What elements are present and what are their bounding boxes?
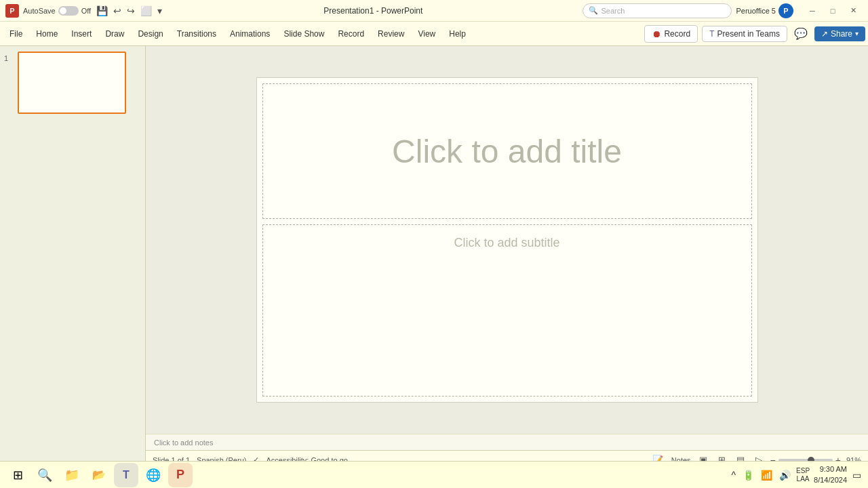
taskbar-teams-icon: T — [123, 469, 130, 481]
taskbar-ppt-icon: P — [176, 468, 184, 482]
teams-icon: T — [709, 29, 714, 39]
toolbar-icons: 💾 ↩ ↪ ⬜ ▾ — [95, 4, 163, 18]
record-dot-icon: ⏺ — [652, 28, 661, 39]
app-icon: P — [5, 4, 19, 18]
autosave-area: AutoSave Off — [23, 6, 91, 16]
taskbar-explorer-icon: 📂 — [92, 468, 106, 481]
share-icon: ↗ — [821, 29, 828, 39]
slide-thumb-container: 1 — [4, 52, 141, 114]
taskbar: ⊞ 🔍 📁 📂 T 🌐 P ^ 🔋 📶 🔊 ESPLAA 9:30 AM 8/1… — [0, 461, 868, 488]
ribbon-right-actions: ⏺ Record T Present in Teams 💬 ↗ Share ▾ — [644, 24, 865, 43]
share-dropdown-icon: ▾ — [855, 30, 859, 37]
start-button[interactable]: ⊞ — [5, 463, 30, 487]
tray-wifi-icon: 📶 — [760, 468, 774, 482]
start-icon: ⊞ — [13, 468, 23, 483]
taskbar-chrome-button[interactable]: 🌐 — [141, 463, 165, 487]
share-button[interactable]: ↗ Share ▾ — [814, 26, 865, 41]
autosave-label: AutoSave — [23, 7, 56, 15]
taskbar-right: ^ 🔋 📶 🔊 ESPLAA 9:30 AM 8/14/2024 ▭ — [730, 464, 863, 485]
tab-record[interactable]: Record — [331, 25, 371, 43]
present-icon[interactable]: ⬜ — [139, 4, 153, 18]
more-icon[interactable]: ▾ — [156, 4, 163, 18]
ribbon: File Home Insert Draw Design Transitions… — [0, 22, 868, 46]
save-icon[interactable]: 💾 — [95, 4, 109, 18]
user-area: Peruoffice 5 P — [736, 3, 793, 18]
tray-battery-icon: 🔋 — [741, 468, 755, 482]
canvas-wrapper: Click to add title Click to add subtitle… — [146, 46, 868, 469]
taskbar-files-button[interactable]: 📁 — [60, 463, 84, 487]
subtitle-placeholder[interactable]: Click to add subtitle — [262, 224, 752, 396]
slide-thumbnail[interactable] — [18, 52, 126, 114]
redo-icon[interactable]: ↪ — [125, 4, 136, 18]
user-name: Peruoffice 5 — [736, 7, 776, 15]
tray-volume-icon[interactable]: 🔊 — [778, 468, 792, 482]
tab-file[interactable]: File — [3, 25, 29, 43]
language-indicator: ESPLAA — [796, 467, 810, 483]
search-icon: 🔍 — [589, 6, 598, 15]
autosave-toggle[interactable] — [58, 6, 79, 16]
show-desktop-icon[interactable]: ▭ — [851, 468, 863, 482]
slide-canvas: Click to add title Click to add subtitle — [256, 77, 758, 403]
user-avatar[interactable]: P — [778, 3, 793, 18]
notes-bar[interactable]: Click to add notes — [146, 434, 868, 450]
minimize-button[interactable]: ─ — [803, 4, 822, 18]
toggle-state: Off — [81, 7, 91, 15]
present-in-teams-button[interactable]: T Present in Teams — [702, 26, 787, 42]
tab-slideshow[interactable]: Slide Show — [277, 25, 331, 43]
tab-insert[interactable]: Insert — [64, 25, 98, 43]
taskbar-files-icon: 📁 — [64, 468, 79, 483]
tab-transitions[interactable]: Transitions — [170, 25, 223, 43]
slide-number: 1 — [4, 54, 14, 62]
tab-home[interactable]: Home — [29, 25, 64, 43]
tab-view[interactable]: View — [411, 25, 442, 43]
tab-review[interactable]: Review — [371, 25, 411, 43]
clock-time: 9:30 AM — [814, 464, 847, 474]
main-area: 1 Click to add title Click to add subtit… — [0, 46, 868, 469]
window-controls: ─ □ ✕ — [803, 4, 863, 18]
tray-area: ^ 🔋 📶 🔊 ESPLAA — [730, 467, 810, 483]
system-clock[interactable]: 9:30 AM 8/14/2024 — [814, 464, 847, 485]
record-button[interactable]: ⏺ Record — [644, 25, 698, 43]
taskbar-search-button[interactable]: 🔍 — [33, 463, 57, 487]
taskbar-search-icon: 🔍 — [37, 468, 52, 483]
undo-icon[interactable]: ↩ — [112, 4, 123, 18]
canvas-area: Click to add title Click to add subtitle — [146, 46, 868, 434]
clock-date: 8/14/2024 — [814, 475, 847, 485]
title-bar: P AutoSave Off 💾 ↩ ↪ ⬜ ▾ Presentation1 -… — [0, 0, 868, 22]
taskbar-teams-button[interactable]: T — [114, 463, 138, 487]
tab-design[interactable]: Design — [131, 25, 170, 43]
slide-panel: 1 — [0, 46, 146, 469]
tray-chevron-icon[interactable]: ^ — [730, 468, 737, 482]
window-title: Presentation1 - PowerPoint — [167, 6, 578, 16]
tab-help[interactable]: Help — [442, 25, 473, 43]
maximize-button[interactable]: □ — [823, 4, 842, 18]
close-button[interactable]: ✕ — [844, 4, 863, 18]
taskbar-chrome-icon: 🌐 — [146, 468, 161, 483]
tab-animations[interactable]: Animations — [223, 25, 277, 43]
taskbar-explorer-button[interactable]: 📂 — [87, 463, 111, 487]
search-placeholder: Search — [601, 7, 625, 15]
taskbar-ppt-button[interactable]: P — [168, 463, 193, 487]
notes-placeholder: Click to add notes — [154, 439, 213, 447]
tab-draw[interactable]: Draw — [98, 25, 131, 43]
search-bar[interactable]: 🔍 Search — [583, 3, 732, 18]
title-placeholder[interactable]: Click to add title — [262, 83, 752, 219]
comment-button[interactable]: 💬 — [791, 24, 810, 43]
